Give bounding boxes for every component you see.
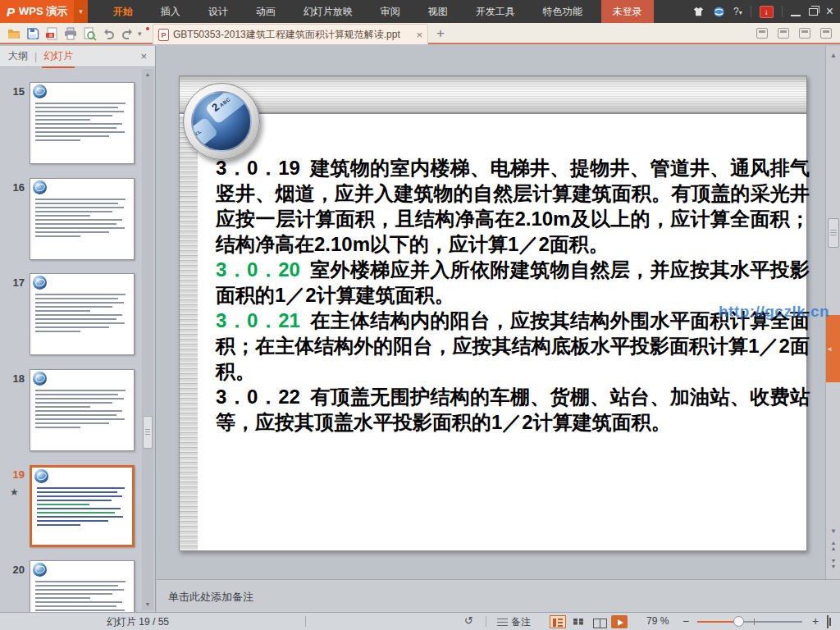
menu-tab-开发工具[interactable]: 开发工具	[462, 0, 529, 23]
print-preview-icon[interactable]	[82, 26, 97, 41]
scroll-up-icon[interactable]: ▲	[142, 69, 153, 80]
thumbnail-text-lines	[35, 581, 130, 612]
assistant-icon[interactable]	[756, 28, 768, 39]
clause-number: 3．0．22	[216, 386, 300, 408]
thumbnail-text-lines	[37, 487, 128, 530]
panel-scrollbar-thumb[interactable]	[143, 416, 153, 449]
previous-slide-button[interactable]: ▲▲	[826, 538, 840, 553]
window-arrange-icon[interactable]	[820, 28, 832, 39]
menu-tab-审阅[interactable]: 审阅	[367, 0, 414, 23]
reading-view-button[interactable]	[591, 615, 607, 628]
globe-logo-icon	[33, 276, 47, 290]
fit-to-window-icon[interactable]	[827, 615, 829, 628]
clause-number: 3．0．20	[216, 258, 300, 281]
statusbar-separator	[305, 616, 306, 627]
status-bar: 幻灯片 19 / 55 ↺ 备注 79 % − +	[0, 612, 840, 630]
wps-menu-button[interactable]: P WPS 演示 ▾	[0, 0, 88, 23]
animation-star-icon: ★	[10, 486, 19, 498]
save-icon[interactable]	[25, 26, 40, 41]
slide-number: 17	[0, 276, 25, 289]
menu-tab-特色功能[interactable]: 特色功能	[529, 0, 596, 23]
watermark-url: http://gczlk.cn	[719, 303, 829, 321]
slide-text-block[interactable]: 3．0．19建筑物的室内楼梯、电梯井、提物井、管道井、通风排气竖井、烟道，应并入…	[216, 155, 810, 435]
ppt-file-icon: P	[158, 29, 169, 41]
zoom-level: 79 %	[646, 615, 669, 627]
close-button[interactable]: ×	[826, 5, 833, 18]
slide-thumbnail-19[interactable]	[30, 465, 135, 547]
zoom-out-button[interactable]: −	[682, 614, 689, 628]
slide-number: 15	[0, 85, 25, 98]
task-pane-handle[interactable]: ◄	[826, 315, 840, 382]
redo-icon[interactable]	[120, 26, 135, 41]
tab-close-icon[interactable]: ×	[416, 29, 422, 41]
task-pane-icon[interactable]	[799, 28, 810, 39]
notes-placeholder[interactable]: 单击此处添加备注	[168, 590, 253, 605]
zoom-slider-thumb[interactable]	[733, 616, 744, 627]
thumbnail-text-lines	[35, 103, 130, 148]
globe-logo-icon	[33, 84, 47, 98]
notes-toggle-button[interactable]: 备注	[497, 615, 531, 629]
slide-canvas[interactable]: 2ABC 5JKL 3．0．19建筑物的室内楼梯、电梯井、提物井、管道井、通风排…	[179, 75, 807, 551]
history-icon[interactable]: ↺	[464, 614, 473, 627]
scroll-down-icon[interactable]: ▼	[142, 599, 153, 610]
panel-tab-separator: |	[34, 51, 37, 62]
help-icon[interactable]: ?▾	[733, 6, 742, 17]
feedback-globe-icon[interactable]	[713, 6, 725, 18]
globe-logo-icon	[34, 469, 48, 483]
open-folder-icon[interactable]	[7, 26, 21, 41]
title-bar: P WPS 演示 ▾ 开始插入设计动画幻灯片放映审阅视图开发工具特色功能 未登录…	[0, 0, 840, 23]
menu-tab-设计[interactable]: 设计	[194, 0, 242, 23]
zoom-slider[interactable]	[697, 621, 802, 623]
login-button[interactable]: 未登录	[601, 0, 654, 23]
normal-view-button[interactable]	[550, 615, 566, 628]
globe-logo-icon	[33, 372, 47, 386]
scroll-up-icon[interactable]: ▲	[826, 49, 840, 62]
chevron-down-icon[interactable]: ▾	[74, 0, 88, 23]
minimize-button[interactable]	[791, 7, 801, 16]
menu-tab-幻灯片放映[interactable]: 幻灯片放映	[290, 0, 367, 23]
slide-thumbnail-list: 1516171819★20	[0, 67, 155, 612]
panel-scrollbar[interactable]: ▲ ▼	[142, 69, 153, 610]
document-tab[interactable]: P GBT50353-2013建筑工程建筑面积计算规范解读.ppt ×	[153, 24, 428, 44]
menu-tab-动画[interactable]: 动画	[242, 0, 290, 23]
next-slide-button[interactable]: ▼▼	[826, 556, 840, 571]
slide-thumbnail-18[interactable]	[30, 369, 135, 451]
slide-thumbnail-16[interactable]	[30, 178, 135, 260]
panel-close-icon[interactable]: ×	[140, 50, 147, 62]
menu-tab-开始[interactable]: 开始	[99, 0, 147, 23]
keypad-key-2: 2ABC	[205, 91, 247, 125]
export-pdf-icon[interactable]	[44, 26, 59, 41]
thumbnail-text-lines	[35, 294, 130, 340]
main-scrollbar-thumb[interactable]	[828, 218, 839, 248]
restore-button[interactable]	[809, 8, 818, 16]
document-tab-bar: ▾ P GBT50353-2013建筑工程建筑面积计算规范解读.ppt × +	[0, 23, 840, 44]
view-switcher	[550, 615, 628, 628]
keypad-badge-inner: 2ABC 5JKL	[191, 91, 252, 152]
download-icon[interactable]: ↓	[760, 6, 774, 18]
scroll-down-icon[interactable]: ▼	[826, 525, 840, 537]
print-icon[interactable]	[63, 26, 78, 41]
titlebar-tools: ?▾ ↓ ×	[692, 0, 840, 23]
panel-header: 大纲 | 幻灯片 ×	[0, 46, 155, 67]
slide-thumbnail-17[interactable]	[30, 273, 135, 355]
zoom-100-notch	[754, 619, 755, 625]
slide-sorter-view-button[interactable]	[570, 615, 587, 628]
slideshow-button[interactable]	[611, 615, 628, 628]
docer-icon[interactable]	[778, 28, 789, 39]
keypad-key-5: 5JKL	[191, 116, 218, 152]
skin-icon[interactable]	[692, 6, 705, 17]
tab-slides[interactable]: 幻灯片	[43, 49, 73, 63]
slide-thumbnail-20[interactable]	[30, 560, 135, 612]
undo-icon[interactable]	[102, 26, 116, 41]
menu-tab-插入[interactable]: 插入	[147, 0, 194, 23]
wps-presentation-window: { "titlebar": { "app_name": "WPS 演示", "l…	[0, 0, 840, 630]
titlebar-separator	[751, 6, 751, 17]
tab-outline[interactable]: 大纲	[8, 49, 28, 63]
slide-thumbnail-15[interactable]	[30, 82, 135, 164]
customize-quickbar-icon[interactable]: ▾	[138, 26, 149, 41]
notes-area[interactable]: 单击此处添加备注	[157, 579, 840, 612]
menu-tab-视图[interactable]: 视图	[414, 0, 462, 23]
zoom-in-button[interactable]: +	[812, 614, 819, 628]
new-tab-button[interactable]: +	[436, 25, 445, 42]
slide-paragraph-3．0．22: 3．0．22有顶盖无围护结构的车棚、货棚、站台、加油站、收费站等，应按其顶盖水平…	[216, 384, 810, 435]
